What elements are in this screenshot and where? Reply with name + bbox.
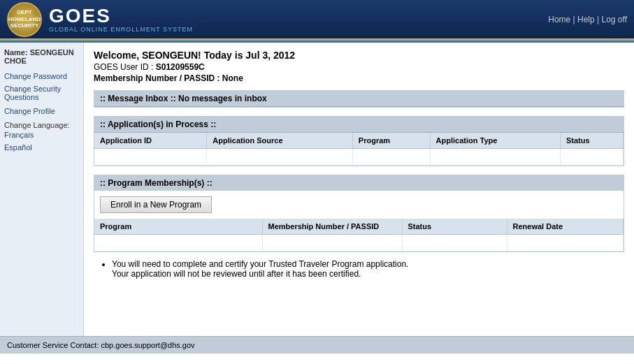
applications-table: Application ID Application Source Progra… [94, 133, 624, 166]
applications-table-header-row: Application ID Application Source Progra… [94, 133, 624, 149]
info-text-1-sub: Your application will not be reviewed un… [112, 269, 361, 279]
applications-header: :: Application(s) in Process :: [94, 117, 624, 133]
program-table-header-row: Program Membership Number / PASSID Statu… [94, 219, 624, 235]
enroll-button-container: Enroll in a New Program [94, 191, 624, 219]
program-membership-wrapper: :: Program Membership(s) :: Enroll in a … [94, 175, 624, 252]
main-content: Welcome, SEONGEUN! Today is Jul 3, 2012 … [84, 43, 634, 336]
info-bullet-1: You will need to complete and certify yo… [112, 259, 624, 279]
footer-contact-label: Customer Service Contact: [7, 341, 99, 349]
user-id-label: GOES User ID : [94, 62, 153, 72]
footer: Customer Service Contact: cbp.goes.suppo… [0, 336, 634, 354]
info-list: You will need to complete and certify yo… [101, 259, 624, 279]
table-row [94, 149, 624, 166]
col-status: Status [402, 219, 507, 235]
language-label: Change Language: [4, 121, 79, 129]
help-link[interactable]: Help [577, 15, 595, 24]
change-password-link[interactable]: Change Password [4, 72, 79, 80]
header-left: DEPT HOMELAND SECURITY GOES GLOBAL ONLIN… [7, 2, 193, 37]
goes-title: GOES [49, 6, 193, 26]
membership-line: Membership Number / PASSID : None [94, 73, 624, 83]
home-link[interactable]: Home [548, 15, 570, 24]
enroll-new-program-button[interactable]: Enroll in a New Program [100, 196, 212, 213]
dhs-seal-icon: DEPT HOMELAND SECURITY [7, 2, 42, 37]
footer-contact-email[interactable]: cbp.goes.support@dhs.gov [101, 341, 195, 349]
logoff-link[interactable]: Log off [602, 15, 627, 24]
francais-link[interactable]: Français [4, 131, 79, 139]
goes-logo: GOES GLOBAL ONLINE ENROLLMENT SYSTEM [49, 6, 193, 33]
sidebar: Name: SEONGEUN CHOE Change Password Chan… [0, 43, 84, 336]
membership-label: Membership Number / PASSID : [94, 73, 219, 83]
header: DEPT HOMELAND SECURITY GOES GLOBAL ONLIN… [0, 0, 634, 41]
col-status: Status [560, 133, 623, 149]
col-application-type: Application Type [430, 133, 560, 149]
change-profile-link[interactable]: Change Profile [4, 107, 79, 115]
message-inbox-section: :: Message Inbox :: No messages in inbox [94, 90, 624, 108]
info-text-1: You will need to complete and certify yo… [112, 259, 408, 269]
welcome-title: Welcome, SEONGEUN! Today is Jul 3, 2012 [94, 50, 624, 61]
col-application-source: Application Source [207, 133, 353, 149]
program-membership-header: :: Program Membership(s) :: [94, 175, 624, 191]
table-row [94, 235, 624, 252]
col-renewal-date: Renewal Date [507, 219, 624, 235]
main-layout: Name: SEONGEUN CHOE Change Password Chan… [0, 43, 634, 336]
program-membership-section: :: Program Membership(s) :: Enroll in a … [94, 175, 624, 252]
user-id-line: GOES User ID : S01209559C [94, 62, 624, 72]
col-program-name: Program [94, 219, 262, 235]
col-membership-passid: Membership Number / PASSID [262, 219, 402, 235]
change-security-link[interactable]: Change Security Questions [4, 85, 79, 101]
user-id-value: S01209559C [156, 62, 205, 72]
sidebar-username: Name: SEONGEUN CHOE [4, 48, 79, 65]
col-program: Program [352, 133, 430, 149]
membership-value: None [222, 73, 243, 83]
welcome-section: Welcome, SEONGEUN! Today is Jul 3, 2012 … [94, 50, 624, 83]
info-section: You will need to complete and certify yo… [94, 259, 624, 279]
goes-subtitle: GLOBAL ONLINE ENROLLMENT SYSTEM [49, 26, 193, 33]
header-nav: Home | Help | Log off [548, 15, 627, 24]
applications-section: :: Application(s) in Process :: Applicat… [94, 116, 624, 166]
col-application-id: Application ID [94, 133, 207, 149]
seal-text: DEPT HOMELAND SECURITY [8, 9, 41, 29]
language-section: Change Language: Français Español [4, 121, 79, 152]
espanol-link[interactable]: Español [4, 143, 79, 152]
message-inbox-header: :: Message Inbox :: No messages in inbox [94, 91, 624, 107]
program-membership-table: Program Membership Number / PASSID Statu… [94, 219, 624, 252]
